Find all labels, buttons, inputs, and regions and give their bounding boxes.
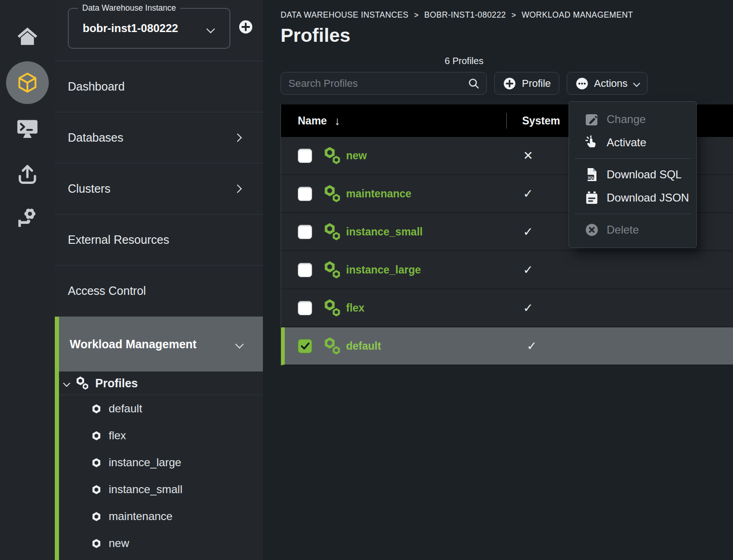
sidebar-item-workload-management[interactable]: Workload Management — [59, 317, 263, 371]
breadcrumb-item-instances[interactable]: DATA WAREHOUSE INSTANCES — [281, 10, 408, 20]
row-checkbox[interactable] — [298, 225, 312, 239]
row-checkbox-checked[interactable] — [298, 339, 312, 353]
profile-icon — [322, 222, 342, 241]
table-row-default[interactable]: default ✓ — [281, 327, 733, 365]
menu-item-label: Download JSON — [607, 191, 689, 204]
row-checkbox[interactable] — [298, 187, 312, 201]
column-header-system[interactable]: System — [507, 115, 560, 127]
column-label-system: System — [522, 115, 560, 127]
system-flag: ✓ — [522, 225, 535, 239]
profile-name-link[interactable]: instance_small — [346, 226, 423, 238]
profile-icon — [322, 260, 342, 280]
sidebar-profiles-group[interactable]: Profiles — [59, 371, 263, 395]
workload-management-section: Workload Management Profiles default fle… — [55, 317, 263, 560]
cube-icon — [15, 71, 39, 95]
breadcrumb-separator: > — [511, 11, 516, 20]
menu-item-change: Change — [569, 108, 696, 131]
column-label-name: Name — [298, 115, 327, 127]
menu-divider — [575, 214, 691, 214]
profile-icon — [322, 336, 342, 356]
add-instance-button[interactable] — [238, 19, 254, 35]
search-input[interactable] — [281, 72, 487, 95]
sidebar-item-label: Databases — [68, 131, 124, 144]
profile-name-link[interactable]: flex — [346, 302, 365, 314]
actions-menu: Change Activate SQL Download SQL Downloa… — [569, 101, 697, 248]
services-icon — [15, 205, 39, 229]
sidebar-item-databases[interactable]: Databases — [55, 112, 263, 163]
plus-circle-icon — [503, 77, 517, 91]
terminal-button[interactable] — [15, 117, 39, 141]
app-window: Data Warehouse Instance bobr-inst1-08022… — [0, 0, 733, 560]
profile-name-link[interactable]: maintenance — [346, 188, 412, 200]
terminal-icon — [15, 117, 39, 141]
system-flag: ✓ — [522, 301, 535, 315]
sidebar-item-label: External Resources — [68, 233, 169, 247]
sidebar-subitem-label: new — [109, 537, 129, 550]
sidebar-item-clusters[interactable]: Clusters — [55, 163, 263, 215]
profile-nut-icon — [91, 538, 102, 549]
home-button[interactable] — [15, 24, 39, 48]
sidebar-item-profile-instance-large[interactable]: instance_large — [59, 449, 263, 476]
download-sql-icon: SQL — [584, 167, 600, 182]
sidebar-subitem-label: instance_small — [109, 483, 183, 496]
delete-circle-icon — [584, 222, 600, 238]
profile-icon — [322, 298, 342, 318]
menu-item-label: Delete — [607, 223, 639, 236]
profiles-group-label: Profiles — [95, 377, 138, 390]
row-checkbox[interactable] — [298, 263, 312, 277]
profile-nut-icon — [91, 457, 102, 469]
instance-select[interactable]: Data Warehouse Instance bobr-inst1-08022… — [68, 8, 230, 49]
menu-item-download-sql[interactable]: SQL Download SQL — [569, 163, 696, 186]
actions-button[interactable]: Actions — [567, 72, 648, 95]
sidebar-item-external-resources[interactable]: External Resources — [55, 215, 263, 266]
home-icon — [15, 24, 39, 48]
sidebar-subitem-label: instance_large — [109, 456, 181, 469]
menu-item-activate[interactable]: Activate — [569, 131, 696, 154]
sidebar-item-profile-flex[interactable]: flex — [59, 422, 263, 449]
activate-icon — [584, 135, 600, 150]
row-checkbox[interactable] — [298, 149, 312, 163]
sidebar-item-profile-new[interactable]: new — [59, 530, 263, 557]
profile-name-link[interactable]: new — [346, 150, 367, 162]
sidebar-item-dashboard[interactable]: Dashboard — [55, 61, 263, 112]
menu-item-delete: Delete — [569, 218, 696, 241]
system-flag: ✕ — [522, 149, 535, 163]
sidebar-item-profile-default[interactable]: default — [59, 395, 263, 422]
sidebar-subitem-label: default — [109, 402, 142, 415]
profiles-icon — [75, 376, 90, 391]
table-row-instance-large[interactable]: instance_large ✓ — [281, 251, 733, 289]
search-profiles-box — [281, 72, 487, 95]
sidebar-item-access-control[interactable]: Access Control — [55, 266, 263, 317]
services-button[interactable] — [15, 205, 39, 229]
breadcrumb-item-instance[interactable]: BOBR-INST1-080222 — [424, 10, 506, 20]
upload-icon — [15, 162, 39, 186]
sidebar-subitem-label: maintenance — [109, 510, 172, 523]
sidebar-subitem-label: flex — [109, 429, 126, 442]
edit-icon — [584, 111, 600, 127]
main-content: DATA WAREHOUSE INSTANCES > BOBR-INST1-08… — [263, 0, 733, 560]
instances-button[interactable] — [6, 61, 49, 104]
column-header-name[interactable]: Name ↓ — [281, 114, 506, 128]
table-row-flex[interactable]: flex ✓ — [281, 289, 733, 327]
profiles-count: 6 Profiles — [281, 56, 648, 66]
sidebar-item-profile-maintenance[interactable]: maintenance — [59, 503, 263, 530]
system-flag: ✓ — [525, 339, 538, 353]
add-profile-button[interactable]: Profile — [494, 72, 559, 95]
chevron-down-icon — [235, 340, 243, 348]
sidebar-item-profile-instance-small[interactable]: instance_small — [59, 476, 263, 503]
breadcrumb-item-workload-management[interactable]: WORKLOAD MANAGEMENT — [522, 10, 633, 20]
sidebar-item-label: Workload Management — [70, 338, 196, 351]
breadcrumb-separator: > — [414, 11, 419, 20]
menu-item-download-json[interactable]: Download JSON — [569, 186, 696, 209]
profile-name-link[interactable]: instance_large — [346, 264, 421, 276]
icon-rail — [0, 0, 55, 560]
profile-icon — [322, 146, 342, 165]
instance-selector-block: Data Warehouse Instance bobr-inst1-08022… — [55, 0, 263, 61]
upload-button[interactable] — [15, 162, 39, 186]
row-checkbox[interactable] — [298, 301, 312, 315]
profile-name-link[interactable]: default — [346, 340, 381, 352]
ellipsis-circle-icon — [575, 77, 589, 91]
menu-item-label: Download SQL — [607, 168, 681, 181]
system-flag: ✓ — [522, 263, 535, 277]
profile-nut-icon — [91, 403, 102, 415]
